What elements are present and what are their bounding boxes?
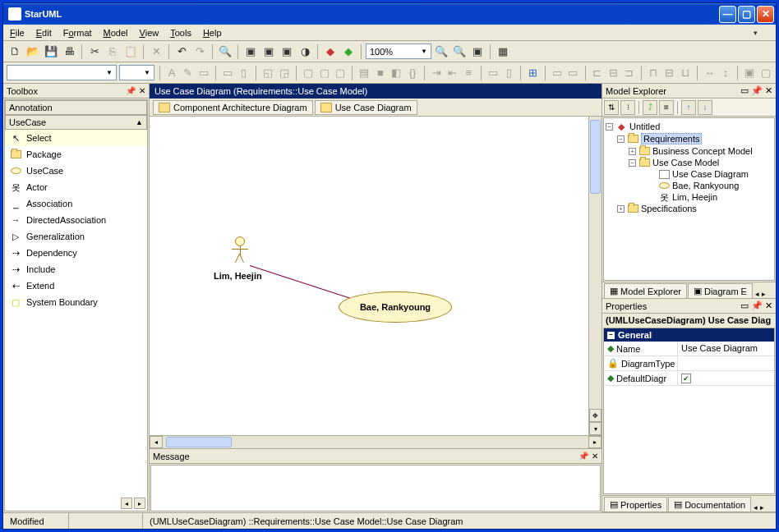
down-button[interactable]: ↓ <box>698 100 712 115</box>
front-icon[interactable]: ▣ <box>743 65 757 81</box>
open-button[interactable]: 📂 <box>25 44 41 60</box>
minimize-button[interactable]: — <box>719 6 736 23</box>
tabs-left-icon[interactable]: ◂ <box>754 503 758 511</box>
arrange-b-icon[interactable]: ◲ <box>277 65 291 81</box>
tab-component-diagram[interactable]: Component Architecture Diagram <box>153 100 313 115</box>
paste-button[interactable]: 📋 <box>122 44 139 60</box>
al-mid-icon[interactable]: ⊟ <box>662 65 676 81</box>
close-panel-icon[interactable]: ✕ <box>139 86 145 95</box>
menu-model[interactable]: Model <box>104 28 128 38</box>
toolbox-item-usecase[interactable]: UseCase <box>5 163 147 179</box>
fmt-9-icon[interactable]: ⇤ <box>446 65 460 81</box>
toolbox-item-dependency[interactable]: ⇢Dependency <box>5 245 147 261</box>
horizontal-scrollbar[interactable]: ◂ ▸ <box>150 435 602 448</box>
expand-icon[interactable]: ✥ <box>589 409 602 422</box>
toolbox-item-directed[interactable]: →DirectedAssociation <box>5 212 147 228</box>
delete-button[interactable]: ✕ <box>148 44 164 60</box>
dist-v-icon[interactable]: ↕ <box>719 65 733 81</box>
model-tree[interactable]: −◆Untitled −Requirements +Business Conce… <box>603 117 775 281</box>
menu-tools[interactable]: Tools <box>170 28 191 38</box>
copy-button[interactable]: ⎘ <box>104 44 121 60</box>
tabs-left-icon[interactable]: ◂ <box>755 290 759 298</box>
layout-2-icon[interactable]: ▭ <box>551 65 565 81</box>
align-b-icon[interactable]: ▯ <box>237 65 251 81</box>
layout-3-icon[interactable]: ▭ <box>566 65 580 81</box>
message-body[interactable] <box>150 465 601 511</box>
tabs-right-icon[interactable]: ▸ <box>762 290 766 298</box>
prop-row-defaultdiag[interactable]: ◆DefaultDiagr ✔ <box>604 371 774 386</box>
cut-button[interactable]: ✂ <box>86 44 103 60</box>
expand-icon[interactable]: + <box>617 205 625 213</box>
tree-node-bae[interactable]: Bae, Rankyoung <box>672 181 739 190</box>
scroll-down-icon[interactable]: ▾ <box>589 422 602 435</box>
arrange-a-icon[interactable]: ◱ <box>261 65 275 81</box>
prop-row-name[interactable]: ◆Name Use Case Diagram <box>604 342 774 356</box>
new-button[interactable]: 🗋 <box>7 44 23 60</box>
toolbox-cat-usecase[interactable]: UseCase▲ <box>5 115 147 130</box>
font-combo[interactable]: ▼ <box>7 65 117 80</box>
nav-button[interactable]: ⤴ <box>643 100 657 115</box>
expand-icon[interactable]: − <box>606 123 613 131</box>
fmt-11-icon[interactable]: ▭ <box>486 65 500 81</box>
tree-node-lim[interactable]: Lim, Heejin <box>672 192 717 202</box>
al-top-icon[interactable]: ⊓ <box>647 65 661 81</box>
menu-file[interactable]: File <box>10 28 25 38</box>
tool-d-icon[interactable]: ◑ <box>297 44 313 60</box>
redo-button[interactable]: ↷ <box>191 44 208 60</box>
association-edge[interactable] <box>250 265 352 299</box>
close-panel-icon[interactable]: ✕ <box>765 300 772 311</box>
toolbox-item-extend[interactable]: ⇠Extend <box>5 277 147 294</box>
back-icon[interactable]: ▢ <box>759 65 773 81</box>
properties-cat-general[interactable]: −General <box>604 328 774 342</box>
toolbox-item-select[interactable]: ↖Select <box>5 130 147 146</box>
toolbox-item-package[interactable]: Package <box>5 146 147 163</box>
zoom-out-button[interactable]: 🔍 <box>433 44 449 60</box>
tree-node-root[interactable]: Untitled <box>629 122 660 131</box>
titlebar[interactable]: ◈ StarUML — ▢ ✕ <box>3 3 776 25</box>
toolbox-cat-annotation[interactable]: Annotation <box>5 100 147 115</box>
pin-icon[interactable]: 📌 <box>126 86 136 95</box>
fmt-2-icon[interactable]: ▢ <box>317 65 331 81</box>
menu-format[interactable]: Format <box>63 28 92 38</box>
tab-diagram-explorer[interactable]: ▣Diagram E <box>688 283 753 298</box>
toolbox-right-icon[interactable]: ▸ <box>134 498 145 509</box>
usecase-node-bae[interactable]: Bae, Rankyoung <box>339 291 452 323</box>
diagram-canvas[interactable]: Lim, Heejin Bae, Rankyoung <box>150 117 588 435</box>
filter-button[interactable]: ⁝ <box>620 100 635 115</box>
tab-documentation[interactable]: ▤Documentation <box>668 497 751 511</box>
fmt-10-icon[interactable]: ≡ <box>462 65 476 81</box>
fmt-4-icon[interactable]: ▤ <box>357 65 371 81</box>
actor-node-lim[interactable]: Lim, Heejin <box>232 236 262 281</box>
scroll-left-icon[interactable]: ◂ <box>150 436 163 448</box>
fill-button[interactable]: ✎ <box>181 65 195 81</box>
collapse-button[interactable]: ≡ <box>659 100 674 115</box>
tabs-right-icon[interactable]: ▸ <box>760 503 764 511</box>
expand-icon[interactable]: + <box>629 148 636 155</box>
menu-help[interactable]: Help <box>203 28 222 38</box>
line-button[interactable]: ▭ <box>197 65 211 81</box>
al-left-icon[interactable]: ⊏ <box>591 65 605 81</box>
close-panel-icon[interactable]: ✕ <box>592 452 598 461</box>
undo-button[interactable]: ↶ <box>173 44 190 60</box>
fmt-6-icon[interactable]: ◧ <box>390 65 403 81</box>
save-button[interactable]: 💾 <box>43 44 59 60</box>
al-right-icon[interactable]: ⊐ <box>623 65 637 81</box>
expand-icon[interactable]: − <box>617 135 625 143</box>
font-button[interactable]: A <box>165 65 179 81</box>
toolbox-item-generalization[interactable]: ▷Generalization <box>5 228 147 245</box>
tab-usecase-diagram[interactable]: Use Case Diagram <box>315 100 417 115</box>
window-icon[interactable]: ▭ <box>740 300 749 311</box>
tool-g-icon[interactable]: ▦ <box>495 44 511 60</box>
fmt-8-icon[interactable]: ⇥ <box>430 65 444 81</box>
close-button[interactable]: ✕ <box>757 6 774 23</box>
toolbox-left-icon[interactable]: ◂ <box>121 498 132 509</box>
pin-icon[interactable]: 📌 <box>751 85 763 96</box>
menu-edit[interactable]: Edit <box>36 28 52 38</box>
al-bot-icon[interactable]: ⊔ <box>679 65 693 81</box>
fmt-3-icon[interactable]: ▢ <box>334 65 348 81</box>
pin-icon[interactable]: 📌 <box>578 452 588 461</box>
tool-a-icon[interactable]: ▣ <box>242 44 259 60</box>
toolbox-item-sysbound[interactable]: ▢System Boundary <box>5 294 147 310</box>
toolbox-item-include[interactable]: ⇢Include <box>5 261 147 277</box>
tool-b-icon[interactable]: ▣ <box>260 44 277 60</box>
